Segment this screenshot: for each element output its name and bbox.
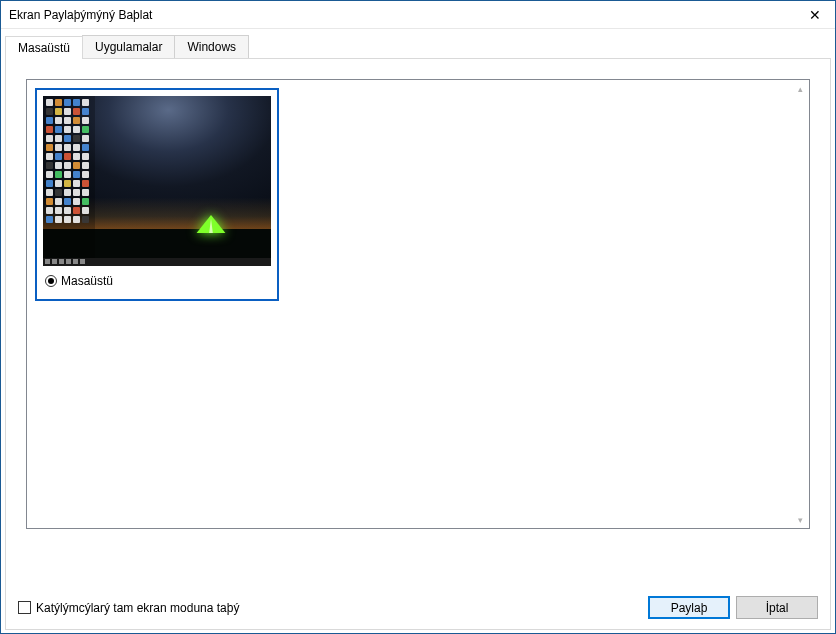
checkbox-icon <box>18 601 31 614</box>
fullscreen-checkbox[interactable]: Katýlýmcýlarý tam ekran moduna taþý <box>18 601 239 615</box>
dialog-content: Masaüstü Uygulamalar Windows <box>1 29 835 630</box>
close-button[interactable]: ✕ <box>795 1 835 29</box>
window-title: Ekran Paylaþýmýný Baþlat <box>9 8 795 22</box>
desktop-thumbnail <box>43 96 271 266</box>
close-icon: ✕ <box>809 7 821 23</box>
cancel-button[interactable]: İptal <box>736 596 818 619</box>
tab-desktop[interactable]: Masaüstü <box>5 36 83 59</box>
footer-row: Katýlýmcýlarý tam ekran moduna taþý Payl… <box>18 596 818 619</box>
scroll-down-icon[interactable]: ▾ <box>792 511 809 528</box>
selection-list: Masaüstü ▴ ▾ <box>26 79 810 529</box>
tab-panel: Masaüstü ▴ ▾ Katýlýmcýlarý tam ekran mod… <box>5 58 831 630</box>
scrollbar[interactable]: ▴ ▾ <box>792 80 809 528</box>
checkbox-label: Katýlýmcýlarý tam ekran moduna taþý <box>36 601 239 615</box>
tab-apps[interactable]: Uygulamalar <box>82 35 175 58</box>
desktop-icons <box>43 96 95 266</box>
screen-item-radio[interactable]: Masaüstü <box>43 274 271 288</box>
screen-item-desktop[interactable]: Masaüstü <box>35 88 279 301</box>
tent-icon <box>193 213 229 235</box>
thumbnail-taskbar <box>43 258 271 266</box>
tab-strip: Masaüstü Uygulamalar Windows <box>5 35 831 58</box>
tab-windows[interactable]: Windows <box>174 35 249 58</box>
share-button[interactable]: Paylaþ <box>648 596 730 619</box>
window-titlebar: Ekran Paylaþýmýný Baþlat ✕ <box>1 1 835 29</box>
screen-item-label: Masaüstü <box>61 274 113 288</box>
scroll-up-icon[interactable]: ▴ <box>792 80 809 97</box>
radio-selected-icon <box>45 275 57 287</box>
